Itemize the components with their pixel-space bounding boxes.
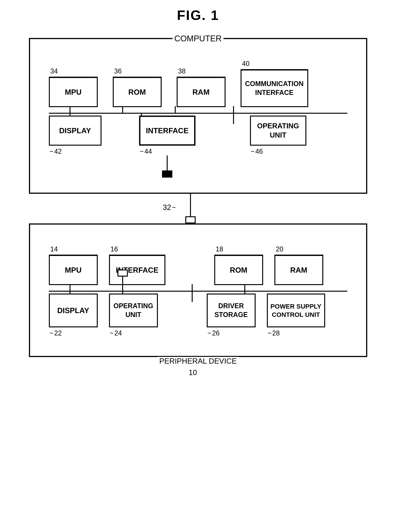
comp-operating-computer: OPERATING UNIT: [250, 116, 306, 146]
peri-driver-storage: DRIVER STORAGE: [207, 294, 256, 327]
zigzag-46: ~: [251, 148, 255, 156]
peripheral-box: PERIPHERAL DEVICE 14 MPU 16 INT: [29, 223, 367, 357]
ref-44: 44: [145, 148, 152, 156]
ref-28: 28: [272, 329, 280, 337]
ref-10: 10: [189, 368, 197, 376]
ref-16: 16: [111, 245, 118, 253]
ref-18: 18: [216, 245, 223, 253]
peri-ram: RAM: [274, 255, 323, 285]
zigzag-44: ~: [140, 148, 144, 156]
ref-34: 34: [50, 67, 58, 75]
ref-32: 32: [163, 203, 171, 212]
ref-20: 20: [276, 245, 283, 253]
peri-power-supply: POWER SUPPLY CONTROL UNIT: [267, 294, 325, 327]
comp-display-computer: DISPLAY: [49, 116, 101, 146]
zigzag-26: ~: [208, 329, 211, 337]
ref-22: 22: [54, 329, 62, 337]
zigzag-22: ~: [50, 329, 53, 337]
comp-interface-computer: INTERFACE: [139, 116, 195, 146]
computer-box: COMPUTER 34 MPU 36 ROM: [29, 38, 367, 194]
ref-14: 14: [50, 245, 58, 253]
ref-38: 38: [178, 67, 186, 75]
peri-operating: OPERATING UNIT: [109, 294, 158, 327]
peri-rom: ROM: [214, 255, 263, 285]
ref-46: 46: [256, 148, 263, 156]
computer-label: COMPUTER: [173, 34, 224, 43]
peri-display: DISPLAY: [49, 294, 98, 327]
comp-rom: ROM: [113, 77, 162, 107]
ref-26: 26: [212, 329, 220, 337]
ref-42: 42: [54, 148, 62, 156]
ref-24: 24: [114, 329, 122, 337]
ref-36: 36: [114, 67, 122, 75]
peripheral-label: PERIPHERAL DEVICE: [157, 357, 239, 365]
comp-ram: RAM: [177, 77, 226, 107]
ref-40: 40: [242, 60, 250, 68]
figure-title: FIG. 1: [177, 7, 219, 23]
zigzag-28: ~: [268, 329, 272, 337]
comp-comm-interface: COMMUNICATION INTERFACE: [241, 69, 308, 107]
comp-mpu: MPU: [49, 77, 98, 107]
zigzag-32: ~: [172, 203, 176, 211]
zigzag-42: ~: [50, 148, 53, 156]
zigzag-24: ~: [110, 329, 114, 337]
peri-mpu: MPU: [49, 255, 98, 285]
